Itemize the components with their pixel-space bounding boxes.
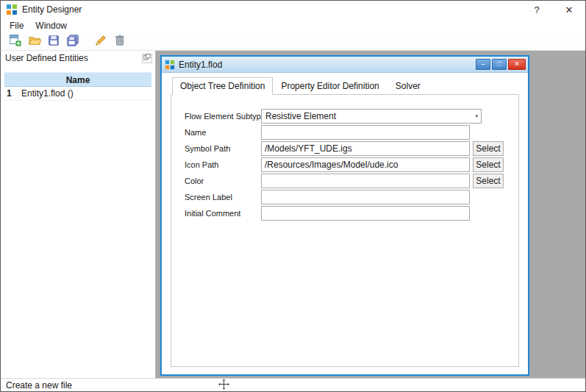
symbol-path-label: Symbol Path: [185, 144, 261, 153]
save-all-button[interactable]: [64, 34, 82, 50]
flow-element-subtype-select[interactable]: Resistive Element ▾: [261, 109, 482, 124]
color-label: Color: [185, 177, 261, 185]
app-icon: [6, 4, 18, 15]
window-close-button[interactable]: ✕: [553, 1, 585, 18]
mdi-area: Entity1.flod – □ ✕ Object Tree Definitio…: [156, 51, 585, 378]
form-row-screen-label: Screen Label: [185, 189, 518, 204]
row-index: 1: [4, 87, 18, 100]
title-bar: Entity Designer ? ✕: [1, 1, 585, 18]
user-defined-entities-panel: User Defined Entities Name 1 Entity1.flo…: [1, 51, 156, 378]
icon-path-label: Icon Path: [185, 160, 261, 169]
entity1-child-window: Entity1.flod – □ ✕ Object Tree Definitio…: [160, 55, 529, 376]
save-file-button[interactable]: [45, 34, 62, 50]
save-all-icon: [66, 34, 79, 49]
move-cursor-icon: [218, 379, 229, 392]
save-icon: [47, 34, 60, 49]
flow-element-subtype-label: Flow Element Subtype: [185, 112, 261, 121]
menu-file[interactable]: File: [4, 18, 29, 33]
tab-solver[interactable]: Solver: [387, 77, 429, 95]
symbol-path-input[interactable]: [261, 141, 470, 156]
panel-title: User Defined Entities: [5, 53, 88, 63]
form-row-symbol-path: Symbol Path Select: [185, 140, 518, 156]
color-input[interactable]: [261, 174, 470, 188]
panel-header: User Defined Entities: [1, 51, 155, 65]
row-entity-name: Entity1.flod (): [18, 87, 74, 100]
screen-label-input[interactable]: [261, 190, 470, 204]
child-maximize-button[interactable]: □: [492, 59, 507, 70]
menu-bar: File Window: [1, 18, 585, 33]
child-minimize-button[interactable]: –: [476, 59, 490, 70]
tab-strip: Object Tree Definition Property Editor D…: [171, 77, 519, 95]
entity-table: Name 1 Entity1.flod (): [4, 72, 151, 101]
name-input[interactable]: [261, 125, 470, 140]
icon-path-input[interactable]: [261, 157, 470, 172]
child-window-controls: – □ ✕: [476, 59, 526, 70]
status-text: Create a new file: [6, 380, 72, 391]
status-bar: Create a new file: [1, 378, 585, 391]
open-folder-icon: [28, 34, 41, 49]
form-row-initial-comment: Initial Comment: [185, 205, 518, 221]
new-file-icon: [9, 34, 22, 49]
float-panel-button[interactable]: [142, 54, 152, 63]
table-header-name[interactable]: Name: [4, 72, 151, 87]
table-row[interactable]: 1 Entity1.flod (): [4, 87, 151, 100]
window-controls: ? ✕: [521, 1, 585, 18]
open-file-button[interactable]: [26, 34, 43, 50]
delete-button[interactable]: [111, 34, 129, 50]
initial-comment-input[interactable]: [261, 206, 470, 221]
tab-object-tree-definition[interactable]: Object Tree Definition: [172, 77, 273, 95]
main-area: User Defined Entities Name 1 Entity1.flo…: [1, 51, 585, 378]
icon-path-select-button[interactable]: Select: [473, 157, 504, 172]
tab-property-editor-definition[interactable]: Property Editor Definition: [273, 77, 387, 95]
help-button[interactable]: ?: [521, 1, 553, 18]
combo-selected-value: Resistive Element: [265, 111, 475, 121]
form-row-name: Name: [185, 124, 518, 140]
child-window-icon: [165, 60, 175, 70]
symbol-path-select-button[interactable]: Select: [473, 141, 504, 156]
trash-icon: [113, 34, 126, 49]
tab-widget: Object Tree Definition Property Editor D…: [171, 77, 519, 367]
new-file-button[interactable]: [7, 34, 24, 50]
color-select-button[interactable]: Select: [473, 174, 504, 188]
screen-label-label: Screen Label: [185, 193, 261, 202]
toolbar: [1, 33, 585, 51]
child-title-bar[interactable]: Entity1.flod – □ ✕: [162, 57, 528, 73]
child-window-title: Entity1.flod: [179, 60, 222, 70]
child-close-button[interactable]: ✕: [508, 59, 526, 70]
edit-button[interactable]: [92, 34, 110, 50]
menu-window[interactable]: Window: [29, 18, 73, 33]
toolbar-separator: [83, 33, 92, 50]
form-row-icon-path: Icon Path Select: [185, 157, 518, 172]
initial-comment-label: Initial Comment: [185, 209, 261, 218]
form-row-color: Color Select: [185, 173, 518, 188]
object-tree-definition-pane: Flow Element Subtype Resistive Element ▾…: [171, 94, 519, 367]
window-title: Entity Designer: [22, 4, 82, 15]
entity-designer-window: Entity Designer ? ✕ File Window: [0, 0, 586, 392]
float-window-icon: [143, 53, 151, 63]
form-row-flow-element-subtype: Flow Element Subtype Resistive Element ▾: [185, 108, 518, 124]
pencil-icon: [94, 34, 107, 49]
chevron-down-icon: ▾: [475, 113, 478, 119]
name-label: Name: [185, 128, 261, 137]
